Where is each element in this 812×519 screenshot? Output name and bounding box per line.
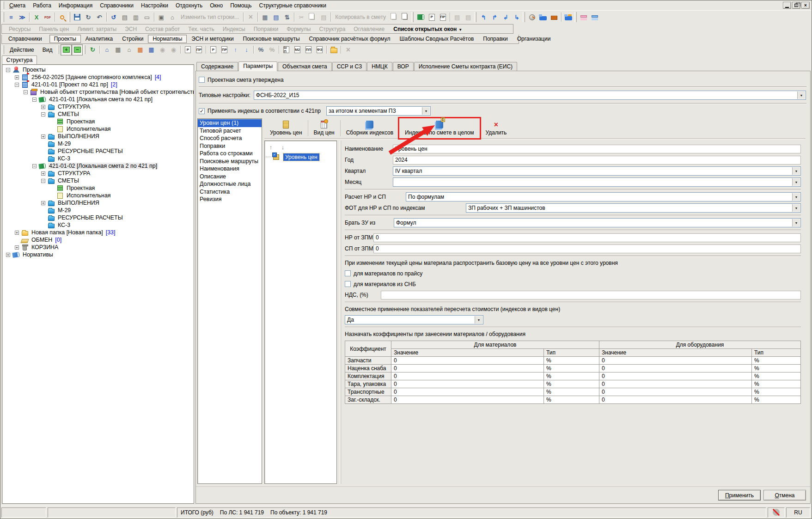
statusbar-language[interactable]: RU bbox=[786, 507, 810, 518]
field-combo[interactable]: По формулам▼ bbox=[406, 192, 801, 201]
category-item-8[interactable]: Описание bbox=[198, 173, 262, 181]
coefficient-value-cell[interactable]: 0 bbox=[391, 380, 544, 388]
new-folder-button[interactable] bbox=[328, 44, 339, 55]
tree-item[interactable]: М-29 bbox=[3, 207, 194, 214]
insert-card-button[interactable]: ▤ bbox=[119, 12, 130, 23]
doc-pr2-button[interactable]: ПР bbox=[219, 44, 230, 55]
apply-button[interactable]: Применить bbox=[718, 490, 761, 501]
indent-up-button[interactable]: ↱ bbox=[489, 12, 500, 23]
coefficient-value-cell[interactable]: % bbox=[752, 357, 801, 365]
parameters-tab-6[interactable]: ВОР bbox=[393, 62, 414, 71]
undo-button[interactable]: ↶ bbox=[94, 12, 105, 23]
coefficient-value-cell[interactable]: 0 bbox=[599, 388, 752, 396]
globe-button[interactable]: ◉ bbox=[157, 44, 168, 55]
price-toolbar-delete-red-x-button[interactable]: ×Удалить bbox=[480, 118, 513, 138]
move-down-button[interactable]: ↓ bbox=[241, 44, 252, 55]
toolbar-grip[interactable] bbox=[2, 12, 4, 22]
coefficient-value-cell[interactable]: % bbox=[544, 357, 599, 365]
approved-checkbox[interactable] bbox=[199, 77, 205, 83]
toolbar-grip[interactable] bbox=[523, 12, 525, 22]
coefficient-value-cell[interactable]: 0 bbox=[391, 365, 544, 372]
price-toolbar-index-books-button[interactable]: Сборник индексов bbox=[341, 118, 399, 138]
tree-item[interactable]: −421-01-01 [Локальная смета по 421 пр] bbox=[3, 96, 194, 103]
tree-item[interactable]: −421-01-01 [Проект по 421 пр][2] bbox=[3, 81, 194, 88]
tree-item[interactable]: Исполнительная bbox=[3, 192, 194, 199]
coefficient-value-cell[interactable]: 0 bbox=[599, 396, 752, 404]
tree-item[interactable]: +ВЫПОЛНЕНИЯ bbox=[3, 199, 194, 207]
coefficient-value-cell[interactable]: % bbox=[752, 380, 801, 388]
save-button[interactable] bbox=[72, 12, 83, 23]
category-item-4[interactable]: Поправки bbox=[198, 142, 262, 150]
menu-2[interactable]: Работа bbox=[29, 1, 55, 10]
minimize-icon[interactable] bbox=[783, 2, 791, 9]
comment-gear-button[interactable]: ▭ bbox=[141, 12, 153, 23]
insert-card2-button[interactable]: ▥ bbox=[130, 12, 141, 23]
toolbar-grip[interactable] bbox=[83, 45, 85, 54]
tree-item[interactable]: РЕСУРСНЫЕ РАСЧЕТЫ bbox=[3, 214, 194, 221]
doc-pr-button[interactable]: ПР bbox=[437, 12, 448, 23]
layers-pink-button[interactable] bbox=[578, 12, 589, 23]
toolbar-grip[interactable] bbox=[57, 45, 59, 54]
scheme-button[interactable]: ▦ bbox=[134, 44, 146, 55]
section-tab-9[interactable]: Шаблоны Сводных Расчётов bbox=[395, 35, 478, 43]
toolbar-grip[interactable] bbox=[2, 1, 4, 9]
parameters-tab-1[interactable]: Содержание bbox=[196, 62, 238, 71]
checkbox-для-материалов-по-прайсу[interactable] bbox=[345, 270, 351, 276]
coefficient-value-cell[interactable]: 0 bbox=[391, 357, 544, 365]
tree-item[interactable]: −СМЕТЫ bbox=[3, 110, 194, 118]
building-small-button[interactable]: ⌂ bbox=[123, 44, 134, 55]
menu-5[interactable]: Настройки bbox=[137, 1, 172, 10]
apply-indexes-checkbox[interactable]: ✓ bbox=[199, 108, 205, 114]
tree-expander[interactable]: + bbox=[6, 253, 10, 257]
menu-6[interactable]: Отдохнуть bbox=[172, 1, 206, 10]
toolbar-grip[interactable] bbox=[68, 12, 70, 22]
category-item-11[interactable]: Ревизия bbox=[198, 195, 262, 203]
category-item-6[interactable]: Поисковые маршруты bbox=[198, 158, 262, 165]
tree-expander[interactable]: − bbox=[32, 98, 37, 102]
category-item-7[interactable]: Наименования bbox=[198, 165, 262, 173]
excel-button[interactable]: X bbox=[31, 12, 42, 23]
restore-icon[interactable] bbox=[792, 2, 800, 9]
category-item-10[interactable]: Статистика bbox=[198, 188, 262, 196]
move-up-icon[interactable]: ↑ bbox=[267, 143, 275, 151]
index-m2-button[interactable]: М2 bbox=[292, 44, 303, 55]
row-edit-button[interactable]: ▤ bbox=[452, 12, 463, 23]
tree-item[interactable]: +СТРУКТУРА bbox=[3, 170, 194, 177]
menu-3[interactable]: Информация bbox=[55, 1, 96, 10]
tree-item[interactable]: +256-02-2025 [Здание спортивного комплек… bbox=[3, 73, 194, 81]
category-item-5[interactable]: Работа со строками bbox=[198, 150, 262, 158]
price-toolbar-index-books-sigma-button[interactable]: Индексы по смете в целом bbox=[399, 118, 479, 138]
bricks-button[interactable] bbox=[549, 12, 560, 23]
move-up-button[interactable]: ↑ bbox=[230, 44, 241, 55]
parameters-tab-3[interactable]: Объектная смета bbox=[278, 62, 332, 71]
tree-expander[interactable]: + bbox=[41, 134, 45, 139]
tree-item[interactable]: +ВЫПОЛНЕНИЯ bbox=[3, 133, 194, 140]
tree-item[interactable]: +СТРУКТУРА bbox=[3, 103, 194, 110]
coefficient-value-cell[interactable]: % bbox=[752, 372, 801, 380]
outdent-left-button[interactable]: ↲ bbox=[500, 12, 511, 23]
section-tab-3[interactable]: Аналитика bbox=[81, 35, 117, 43]
calculator-button[interactable]: ▦ bbox=[259, 12, 270, 23]
pdf-button[interactable]: PDF bbox=[42, 12, 53, 23]
copy-page-button[interactable] bbox=[389, 12, 400, 23]
chevron-down-icon[interactable]: ▼ bbox=[797, 92, 805, 99]
tree-expander[interactable]: + bbox=[41, 201, 45, 205]
menu-9[interactable]: Структурные справочники bbox=[255, 1, 330, 10]
building-add-button[interactable]: ⌂ bbox=[101, 44, 112, 55]
tree-item[interactable]: +Новая папка [Новая папка][33] bbox=[3, 229, 194, 236]
tree-expander[interactable]: + bbox=[41, 105, 45, 109]
coefficient-value-cell[interactable]: % bbox=[544, 380, 599, 388]
tree-item[interactable]: −Новый объект строительства [Новый объек… bbox=[3, 88, 194, 96]
outdent-last-button[interactable]: ↳ bbox=[511, 12, 522, 23]
coefficient-value-cell[interactable]: % bbox=[544, 388, 599, 396]
section-tab-5[interactable]: Нормативы bbox=[148, 35, 187, 43]
action-menu-1[interactable]: Действие bbox=[6, 46, 38, 54]
print-button[interactable]: ▣ bbox=[156, 12, 167, 23]
tree-item[interactable]: КС-3 bbox=[3, 155, 194, 162]
coefficient-value-cell[interactable]: % bbox=[752, 365, 801, 372]
scheme-save-button[interactable]: ▦ bbox=[146, 44, 157, 55]
tree-item[interactable]: +Нормативы bbox=[3, 251, 194, 258]
chevron-down-icon[interactable]: ▼ bbox=[792, 204, 800, 212]
parameters-tab-2[interactable]: Параметры bbox=[238, 61, 277, 71]
field-input[interactable]: 0 bbox=[373, 244, 801, 253]
